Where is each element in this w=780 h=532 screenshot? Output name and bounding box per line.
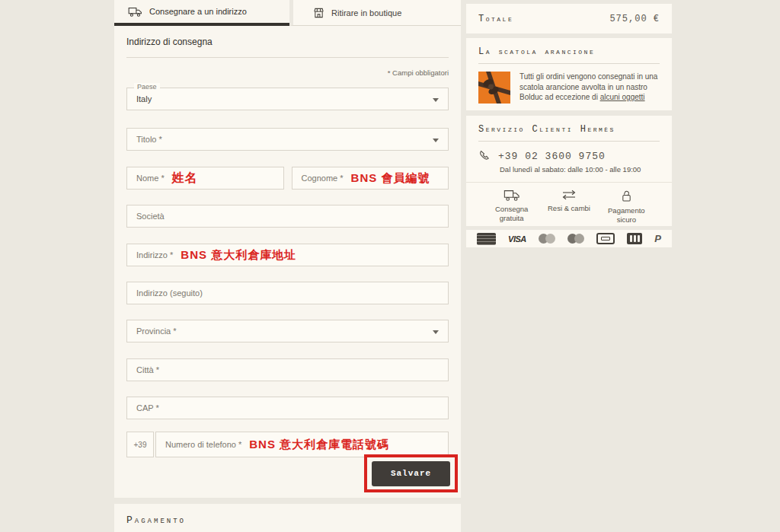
customer-service-hours: Dal lunedì al sabato: dalle 10:00 - alle… (500, 165, 660, 174)
storefront-icon (313, 8, 324, 18)
feature-returns-exchanges: Resi & cambi (540, 190, 597, 225)
phone-icon (478, 150, 491, 162)
company-field[interactable]: Società (126, 205, 449, 228)
address-field[interactable]: Indirizzo * BNS 意大利倉庫地址 (126, 244, 449, 266)
maestro-icon (567, 234, 584, 244)
name-row: Nome * 姓名 Cognome * BNS 會員編號 (126, 167, 449, 190)
padlock-icon (621, 190, 632, 202)
tab-deliver-to-address[interactable]: Consegnare a un indirizzo (114, 0, 289, 26)
payment-section-card: Pagamento (114, 504, 461, 532)
carte-bancaire-icon (596, 233, 615, 244)
company-placeholder: Società (136, 212, 165, 221)
province-placeholder: Provincia * (136, 327, 177, 336)
title-placeholder: Titolo * (136, 135, 162, 144)
feature-secure-payment: Pagamento sicuro (598, 190, 655, 225)
exchange-arrows-icon (560, 190, 578, 200)
orange-gift-box-image (478, 72, 510, 104)
truck-icon (128, 7, 142, 17)
jcb-icon (627, 233, 642, 244)
address-placeholder: Indirizzo * (136, 250, 173, 260)
phone-number-field[interactable]: Numero di telefono * BNS 意大利倉庫電話號碼 (155, 432, 449, 457)
postal-code-placeholder: CAP * (136, 403, 159, 413)
feature-label: Resi & cambi (548, 204, 590, 213)
first-name-placeholder: Nome * (136, 174, 165, 183)
address-line2-placeholder: Indirizzo (seguito) (136, 288, 203, 298)
country-select[interactable]: Paese Italy (126, 88, 449, 110)
last-name-field[interactable]: Cognome * BNS 會員編號 (292, 167, 449, 190)
amex-icon (477, 233, 496, 245)
first-name-annotation: 姓名 (172, 170, 198, 186)
chevron-down-icon (433, 139, 439, 142)
checkout-page: { "tabs": { "delivery": { "label": "Cons… (0, 0, 780, 532)
last-name-annotation: BNS 會員編號 (351, 171, 430, 186)
city-field[interactable]: Città * (126, 358, 449, 381)
orange-box-card: La scatola arancione Tutti gli ordini ve… (466, 38, 672, 110)
phone-row: +39 Numero di telefono * BNS 意大利倉庫電話號碼 (126, 432, 449, 457)
last-name-placeholder: Cognome * (302, 174, 344, 183)
chevron-down-icon (433, 98, 439, 102)
address-annotation: BNS 意大利倉庫地址 (181, 248, 296, 263)
paypal-icon: P (654, 233, 661, 244)
province-select[interactable]: Provincia * (126, 320, 449, 342)
postal-code-field[interactable]: CAP * (126, 397, 449, 419)
feature-label: Consegna gratuita (483, 205, 540, 223)
payment-methods-card: VISA P (466, 230, 672, 247)
address-fields: Paese Italy Titolo * Nome * 姓名 Cognome *… (126, 88, 449, 419)
delivery-form-card: Consegnare a un indirizzo Ritirare in bo… (114, 0, 461, 498)
phone-prefix-box: +39 (126, 432, 154, 457)
customer-service-phone: +39 02 3600 9750 (498, 151, 606, 162)
country-value: Italy (136, 94, 152, 104)
service-features: Consegna gratuita Resi & cambi Pagamento… (478, 190, 660, 225)
visa-icon: VISA (508, 234, 526, 244)
feature-free-delivery: Consegna gratuita (483, 190, 540, 225)
orange-box-title: La scatola arancione (478, 46, 660, 57)
delivery-method-tabs: Consegnare a un indirizzo Ritirare in bo… (114, 0, 461, 26)
total-card: Totale 575,00 € (466, 4, 672, 33)
customer-service-card: Servizio Clienti Hermès +39 02 3600 9750… (466, 116, 672, 226)
title-select[interactable]: Titolo * (126, 128, 449, 151)
tab-deliver-label: Consegnare a un indirizzo (149, 7, 247, 16)
country-label: Paese (134, 83, 160, 91)
phone-annotation: BNS 意大利倉庫電話號碼 (249, 438, 389, 452)
phone-placeholder: Numero di telefono * (165, 440, 241, 449)
divider (478, 141, 660, 142)
address-line2-field[interactable]: Indirizzo (seguito) (126, 282, 449, 304)
required-fields-note: * Campi obbligatori (126, 68, 449, 77)
total-label: Totale (478, 14, 513, 24)
total-amount: 575,00 € (609, 14, 660, 24)
feature-label: Pagamento sicuro (598, 206, 655, 225)
some-items-link[interactable]: alcuni oggetti (600, 93, 645, 101)
divider (466, 182, 672, 183)
mastercard-icon (539, 234, 555, 244)
form-title: Indirizzo di consegna (126, 37, 449, 58)
customer-service-title: Servizio Clienti Hermès (478, 124, 660, 135)
tab-pickup-in-boutique[interactable]: Ritirare in boutique (289, 0, 461, 26)
tab-pickup-label: Ritirare in boutique (331, 8, 401, 18)
payment-section-title: Pagamento (126, 514, 449, 526)
chevron-down-icon (433, 330, 439, 334)
truck-icon (503, 190, 521, 201)
first-name-field[interactable]: Nome * 姓名 (126, 167, 284, 190)
divider (478, 63, 660, 64)
orange-box-text: Tutti gli ordini vengono consegnati in u… (519, 72, 660, 104)
city-placeholder: Città * (136, 365, 159, 374)
save-button[interactable]: Salvare (372, 461, 450, 486)
save-highlight-box: Salvare (364, 454, 458, 492)
